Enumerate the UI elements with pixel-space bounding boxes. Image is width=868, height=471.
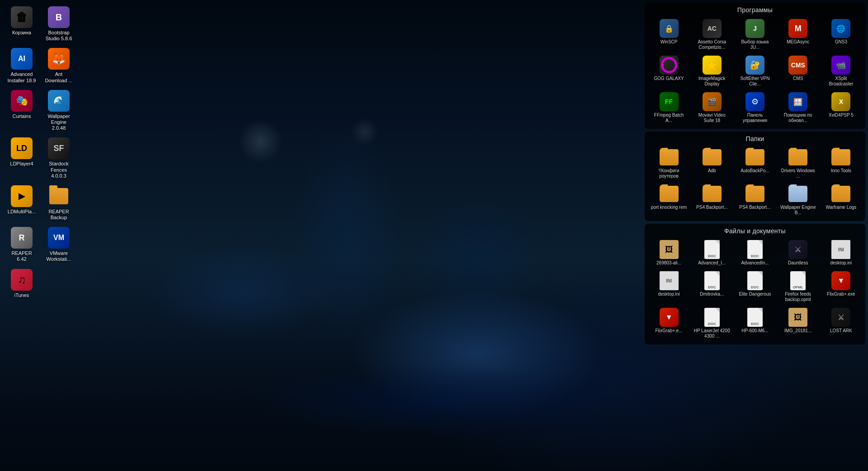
ps4back1-label: PS4 Backport...: [696, 205, 727, 210]
dmitrovka-label: Dmitrovka...: [700, 292, 724, 297]
desktop-icon-stardock[interactable]: SF Stardock Fences 4.0.0.3: [41, 135, 77, 182]
autobackpo-label: AutoBackPo...: [741, 168, 769, 174]
flixgrab-e2-icon: ▼: [660, 308, 679, 327]
panel-icon-assetto[interactable]: AC Assetto Corsa Competizio...: [691, 17, 732, 52]
file-icon-lostark[interactable]: ⚔ LOST ARK: [821, 306, 862, 341]
stardock-label: Stardock Fences 4.0.0.3: [44, 161, 73, 179]
desktop-icon-bootstrap[interactable]: B Bootstrap Studio 5.8.6: [41, 4, 77, 44]
itunes-label: iTunes: [14, 292, 29, 298]
desktop-icon-ldmulti[interactable]: ▶ LDMultiPla...: [4, 183, 40, 223]
folder-icon-ps4back1[interactable]: PS4 Backport...: [691, 183, 732, 217]
folders-grid: !!Конфиги роутеров Adb AutoBackPo... Dri…: [648, 146, 862, 217]
panel-icon-mega[interactable]: M MEGAsync: [778, 17, 819, 52]
folder-icon-warframe[interactable]: Warframe Logs: [821, 183, 862, 217]
vybor-label: Выбор языка JU...: [737, 39, 773, 50]
drivers-label: Drivers Windows ...: [780, 168, 816, 179]
desktop-ini2-icon: INI: [660, 271, 679, 290]
panel-icon-panel[interactable]: ⚙ Панель управления: [734, 90, 775, 125]
itunes-icon: ♫: [11, 269, 33, 291]
file-icon-desktop-ini2[interactable]: INI desktop.ini: [648, 269, 689, 304]
panel-icon-pomoshnik[interactable]: 🪟 Помощник по обновл...: [778, 90, 819, 125]
desktop-icon-vmware[interactable]: VM VMware Workstati...: [41, 224, 77, 265]
file-icon-firefox[interactable]: OPML Firefox feeds backup.opml: [778, 269, 819, 304]
folder-icon-drivers[interactable]: Drivers Windows ...: [778, 146, 819, 181]
adb-folder-icon: [703, 148, 722, 167]
imagemagick-label: ImageMagick Display: [694, 76, 730, 87]
xvid-label: XviD4PSP 5: [829, 113, 854, 118]
wallpaper-b-label: Wallpaper Engine B...: [780, 205, 816, 216]
file-icon-269803[interactable]: 🖼 269803-ali...: [648, 238, 689, 268]
desktop-icon-advanced[interactable]: AI Advanced Installer 18.9: [4, 45, 40, 86]
panel-icon-imagemagick[interactable]: ★ ImageMagick Display: [691, 54, 732, 89]
file-icon-desktop-ini1[interactable]: INI desktop.ini: [821, 238, 862, 268]
folder-icon-ps4back2[interactable]: PS4 Backport...: [734, 183, 775, 217]
file-icon-flixgrab-exe[interactable]: ▼ FlixGrab+.exe: [821, 269, 862, 304]
portknocking-label: port knocking rem: [651, 205, 687, 210]
dauntless-label: Dauntless: [788, 260, 808, 266]
panel-icon-ffmpeg[interactable]: FF FFmpeg Batch A...: [648, 90, 689, 125]
desktop-icon-ant[interactable]: 🦊 Ant Download ...: [41, 45, 77, 86]
winscp-label: WinSCP: [660, 39, 678, 45]
folder-icon-portknocking[interactable]: port knocking rem: [648, 183, 689, 217]
panel-icon-movavi[interactable]: 🎬 Movavi Video Suite 18: [691, 90, 732, 125]
file-icon-elite[interactable]: DOC Elite Dangerous: [734, 269, 775, 304]
wallpaper-b-folder-icon: [788, 184, 807, 203]
portknocking-folder-icon: [660, 184, 679, 203]
file-icon-advanced-i[interactable]: DOC Advanced_I...: [691, 238, 732, 268]
desktop-icon-wallpaper[interactable]: 🌊 Wallpaper Engine 2.0.48: [41, 87, 77, 134]
panel-icon-gns3[interactable]: 🌐 GNS3: [821, 17, 862, 52]
flixgrab-exe-icon: ▼: [831, 271, 850, 290]
xvid-icon: X: [831, 92, 850, 111]
folder-icon-autobackpo[interactable]: AutoBackPo...: [734, 146, 775, 181]
file-icon-img2018[interactable]: 🖼 IMG_20181...: [778, 306, 819, 341]
folder-icon-konfig[interactable]: !!Конфиги роутеров: [648, 146, 689, 181]
img2018-label: IMG_20181...: [784, 328, 812, 334]
files-panel: Файлы и документы 🖼 269803-ali... DOC Ad…: [645, 224, 865, 344]
mega-icon: M: [788, 19, 807, 38]
softether-label: SoftEther VPN Clie...: [737, 76, 773, 87]
file-icon-advancedin[interactable]: DOC AdvancedIn...: [734, 238, 775, 268]
file-icon-dauntless[interactable]: ⚔ Dauntless: [778, 238, 819, 268]
panel-icon-softether[interactable]: 🔐 SoftEther VPN Clie...: [734, 54, 775, 89]
folder-icon-adb[interactable]: Adb: [691, 146, 732, 181]
gns3-icon: 🌐: [831, 19, 850, 38]
assetto-icon: AC: [703, 19, 722, 38]
desktop-icon-recycle[interactable]: 🗑 Корзина: [4, 4, 40, 44]
desktop-icon-ldplayer[interactable]: LD LDPlayer4: [4, 135, 40, 182]
panel-icon-vybor[interactable]: J Выбор языка JU...: [734, 17, 775, 52]
file-icon-flixgrab-e2[interactable]: ▼ FlixGrab+.e...: [648, 306, 689, 341]
programs-panel: Программы 🔒 WinSCP AC Assetto Corsa Comp…: [645, 3, 865, 129]
wallpaper-engine-icon: 🌊: [48, 90, 70, 112]
lostark-label: LOST ARK: [830, 328, 852, 334]
ldmulti-icon: ▶: [11, 185, 33, 207]
curtains-label: Curtains: [13, 113, 31, 119]
desktop-icon-itunes[interactable]: ♫ iTunes: [4, 266, 40, 301]
panel-icon-xvid[interactable]: X XviD4PSP 5: [821, 90, 862, 125]
img2018-icon: 🖼: [788, 308, 807, 327]
konfig-folder-icon: [660, 148, 679, 167]
advanced-i-label: Advanced_I...: [698, 260, 726, 266]
panel-icon-cms[interactable]: CMS CMS: [778, 54, 819, 89]
gog-label: GOG GALAXY: [654, 76, 684, 81]
desktop-icon-curtains[interactable]: 🎭 Curtains: [4, 87, 40, 134]
panel-icon-gog[interactable]: GOG GALAXY: [648, 54, 689, 89]
recycle-icon: 🗑: [11, 6, 33, 28]
folders-panel: Папки !!Конфиги роутеров Adb AutoBackPo.…: [645, 132, 865, 221]
hp-laserjet-icon: DOC: [703, 308, 722, 327]
folder-icon-inno[interactable]: Inno Tools: [821, 146, 862, 181]
mega-label: MEGAsync: [787, 39, 809, 45]
file-icon-dmitrovka[interactable]: DOC Dmitrovka...: [691, 269, 732, 304]
adb-label: Adb: [708, 168, 716, 174]
panel-icon-xsplit[interactable]: 📹 XSplit Broadcaster: [821, 54, 862, 89]
desktop-icon-reaper-backup[interactable]: REAPER Backup: [41, 183, 77, 223]
ps4back2-folder-icon: [745, 184, 764, 203]
files-grid: 🖼 269803-ali... DOC Advanced_I... DOC Ad…: [648, 238, 862, 341]
desktop-icon-reaper[interactable]: R REAPER 6.42: [4, 224, 40, 265]
folder-icon-wallpaper-b[interactable]: Wallpaper Engine B...: [778, 183, 819, 217]
pomoshnik-icon: 🪟: [788, 92, 807, 111]
panel-icon-winscp[interactable]: 🔒 WinSCP: [648, 17, 689, 52]
file-icon-hp-laserjet[interactable]: DOC HP LaserJet 4200 4300 ...: [691, 306, 732, 341]
winscp-icon: 🔒: [660, 19, 679, 38]
stardock-icon: SF: [48, 137, 70, 159]
file-icon-hp600[interactable]: DOC HP-600-M6...: [734, 306, 775, 341]
